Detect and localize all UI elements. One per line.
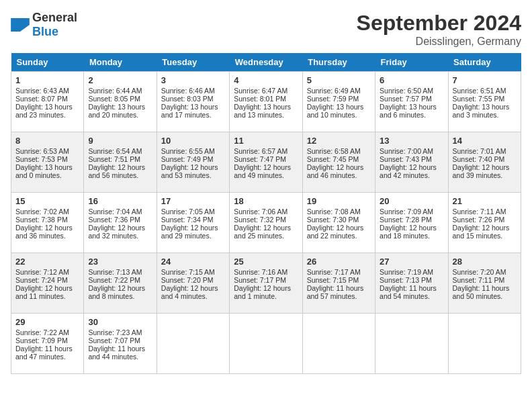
daylight-text: Daylight: 12 hours and 11 minutes. <box>15 284 79 300</box>
logo: General Blue <box>11 11 77 39</box>
col-friday: Friday <box>375 53 448 72</box>
logo-blue: Blue <box>32 25 58 38</box>
day-number: 2 <box>88 75 152 85</box>
table-row: 16Sunrise: 7:04 AMSunset: 7:36 PMDayligh… <box>84 193 157 253</box>
col-monday: Monday <box>84 53 157 72</box>
sunrise-text: Sunrise: 6:53 AM <box>15 147 79 155</box>
sunrise-text: Sunrise: 6:55 AM <box>161 147 225 155</box>
sunrise-text: Sunrise: 7:15 AM <box>161 268 225 276</box>
sunset-text: Sunset: 7:20 PM <box>161 276 225 284</box>
sunset-text: Sunset: 7:13 PM <box>380 276 443 284</box>
day-number: 18 <box>234 196 298 206</box>
sunrise-text: Sunrise: 6:51 AM <box>453 87 517 95</box>
sunset-text: Sunset: 7:26 PM <box>453 216 517 224</box>
col-tuesday: Tuesday <box>157 53 229 72</box>
day-number: 20 <box>380 196 443 206</box>
day-number: 3 <box>161 75 225 85</box>
sunset-text: Sunset: 7:34 PM <box>161 216 225 224</box>
sunrise-text: Sunrise: 7:12 AM <box>15 268 79 276</box>
day-number: 23 <box>88 257 152 267</box>
sunrise-text: Sunrise: 7:22 AM <box>15 328 79 336</box>
table-row: 2Sunrise: 6:44 AMSunset: 8:05 PMDaylight… <box>84 72 157 132</box>
col-sunday: Sunday <box>11 53 84 72</box>
day-number: 7 <box>453 75 517 85</box>
daylight-text: Daylight: 12 hours and 36 minutes. <box>15 224 79 240</box>
logo-general: General <box>32 11 77 24</box>
table-row: 3Sunrise: 6:46 AMSunset: 8:03 PMDaylight… <box>157 72 229 132</box>
table-row <box>157 314 229 374</box>
svg-rect-0 <box>11 18 20 32</box>
day-number: 27 <box>380 257 443 267</box>
sunrise-text: Sunrise: 7:11 AM <box>453 208 517 216</box>
table-row: 4Sunrise: 6:47 AMSunset: 8:01 PMDaylight… <box>230 72 302 132</box>
daylight-text: Daylight: 12 hours and 22 minutes. <box>307 224 371 240</box>
sunset-text: Sunset: 7:55 PM <box>453 95 517 103</box>
day-number: 16 <box>88 196 152 206</box>
daylight-text: Daylight: 13 hours and 3 minutes. <box>453 103 517 119</box>
day-number: 1 <box>15 75 79 85</box>
day-number: 25 <box>234 257 298 267</box>
day-number: 10 <box>161 136 225 146</box>
sunset-text: Sunset: 7:49 PM <box>161 155 225 163</box>
day-number: 6 <box>380 75 443 85</box>
sunset-text: Sunset: 7:57 PM <box>380 95 443 103</box>
day-number: 24 <box>161 257 225 267</box>
sunset-text: Sunset: 7:47 PM <box>234 155 298 163</box>
daylight-text: Daylight: 12 hours and 42 minutes. <box>380 163 443 179</box>
sunset-text: Sunset: 7:30 PM <box>307 216 371 224</box>
sunset-text: Sunset: 7:32 PM <box>234 216 298 224</box>
sunset-text: Sunset: 7:28 PM <box>380 216 443 224</box>
table-row: 22Sunrise: 7:12 AMSunset: 7:24 PMDayligh… <box>11 253 84 314</box>
table-row: 1Sunrise: 6:43 AMSunset: 8:07 PMDaylight… <box>11 72 84 132</box>
page-header: General Blue September 2024 Deisslingen,… <box>11 11 521 48</box>
day-number: 8 <box>15 136 79 146</box>
sunset-text: Sunset: 7:17 PM <box>234 276 298 284</box>
table-row: 27Sunrise: 7:19 AMSunset: 7:13 PMDayligh… <box>375 253 448 314</box>
sunrise-text: Sunrise: 6:49 AM <box>307 87 371 95</box>
sunset-text: Sunset: 8:07 PM <box>15 95 79 103</box>
sunset-text: Sunset: 7:09 PM <box>15 336 79 345</box>
title-area: September 2024 Deisslingen, Germany <box>357 11 521 48</box>
table-row: 7Sunrise: 6:51 AMSunset: 7:55 PMDaylight… <box>448 72 521 132</box>
sunrise-text: Sunrise: 6:57 AM <box>234 147 298 155</box>
day-number: 29 <box>15 317 79 327</box>
day-number: 17 <box>161 196 225 206</box>
table-row <box>448 314 521 374</box>
table-row: 17Sunrise: 7:05 AMSunset: 7:34 PMDayligh… <box>157 193 229 253</box>
col-saturday: Saturday <box>448 53 521 72</box>
sunset-text: Sunset: 7:43 PM <box>380 155 443 163</box>
sunrise-text: Sunrise: 7:06 AM <box>234 208 298 216</box>
day-number: 9 <box>88 136 152 146</box>
col-wednesday: Wednesday <box>230 53 302 72</box>
sunrise-text: Sunrise: 6:58 AM <box>307 147 371 155</box>
sunset-text: Sunset: 7:51 PM <box>88 155 152 163</box>
sunset-text: Sunset: 8:05 PM <box>88 95 152 103</box>
sunset-text: Sunset: 7:45 PM <box>307 155 371 163</box>
sunrise-text: Sunrise: 7:08 AM <box>307 208 371 216</box>
sunset-text: Sunset: 7:40 PM <box>453 155 517 163</box>
table-row: 26Sunrise: 7:17 AMSunset: 7:15 PMDayligh… <box>302 253 375 314</box>
sunset-text: Sunset: 7:53 PM <box>15 155 79 163</box>
day-number: 28 <box>453 257 517 267</box>
day-number: 5 <box>307 75 371 85</box>
table-row: 10Sunrise: 6:55 AMSunset: 7:49 PMDayligh… <box>157 132 229 193</box>
table-row: 8Sunrise: 6:53 AMSunset: 7:53 PMDaylight… <box>11 132 84 193</box>
daylight-text: Daylight: 11 hours and 57 minutes. <box>307 284 371 300</box>
sunrise-text: Sunrise: 6:47 AM <box>234 87 298 95</box>
sunset-text: Sunset: 7:22 PM <box>88 276 152 284</box>
sunrise-text: Sunrise: 7:19 AM <box>380 268 443 276</box>
daylight-text: Daylight: 11 hours and 47 minutes. <box>15 345 79 361</box>
daylight-text: Daylight: 12 hours and 25 minutes. <box>234 224 298 240</box>
table-row: 28Sunrise: 7:20 AMSunset: 7:11 PMDayligh… <box>448 253 521 314</box>
daylight-text: Daylight: 13 hours and 23 minutes. <box>15 103 79 119</box>
sunrise-text: Sunrise: 7:04 AM <box>88 208 152 216</box>
calendar-week-row: 1Sunrise: 6:43 AMSunset: 8:07 PMDaylight… <box>11 72 521 132</box>
table-row: 6Sunrise: 6:50 AMSunset: 7:57 PMDaylight… <box>375 72 448 132</box>
sunset-text: Sunset: 8:01 PM <box>234 95 298 103</box>
calendar-week-row: 29Sunrise: 7:22 AMSunset: 7:09 PMDayligh… <box>11 314 521 374</box>
day-number: 13 <box>380 136 443 146</box>
sunrise-text: Sunrise: 7:05 AM <box>161 208 225 216</box>
calendar-table: Sunday Monday Tuesday Wednesday Thursday… <box>11 53 521 374</box>
day-number: 15 <box>15 196 79 206</box>
table-row: 23Sunrise: 7:13 AMSunset: 7:22 PMDayligh… <box>84 253 157 314</box>
